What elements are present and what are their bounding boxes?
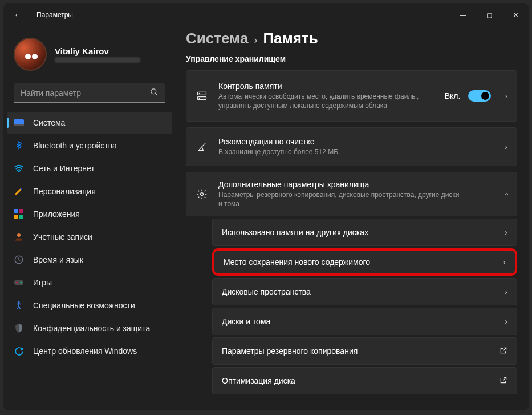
sidebar-item-label: Персонализация: [33, 187, 96, 196]
sidebar-item-personalization[interactable]: Персонализация: [7, 180, 172, 202]
sidebar-item-apps[interactable]: Приложения: [7, 203, 172, 225]
svg-line-1: [155, 93, 157, 95]
sidebar-item-accounts[interactable]: Учетные записи: [7, 226, 172, 248]
user-name: Vitaliy Kairov: [55, 46, 140, 56]
back-button[interactable]: ←: [14, 10, 24, 19]
svg-point-6: [16, 282, 18, 284]
card-save-locations[interactable]: Место сохранения нового содержимого ›: [212, 248, 517, 276]
sidebar-item-network[interactable]: Сеть и Интернет: [7, 158, 172, 179]
storage-sense-toggle[interactable]: [468, 90, 491, 102]
card-drive-optimization[interactable]: Оптимизация диска: [212, 367, 517, 394]
chevron-right-icon: ›: [503, 257, 506, 267]
card-title: Место сохранения нового содержимого: [224, 257, 497, 267]
card-sub: В хранилище доступно более 512 МБ.: [218, 147, 464, 156]
toggle-state-label: Вкл.: [445, 91, 461, 100]
card-cleanup-recommendations[interactable]: Рекомендации по очистке В хранилище дост…: [186, 127, 517, 166]
card-title: Оптимизация диска: [222, 376, 499, 385]
sidebar-item-privacy[interactable]: Конфиденциальность и защита: [7, 317, 172, 339]
gear-icon: [196, 188, 208, 200]
external-link-icon: [499, 376, 507, 386]
sidebar-item-accessibility[interactable]: Специальные возможности: [7, 295, 172, 316]
chevron-right-icon: ›: [505, 91, 507, 100]
chevron-right-icon: ›: [505, 142, 507, 151]
card-title: Дисковые пространства: [222, 287, 499, 296]
clock-globe-icon: [14, 255, 24, 265]
system-icon: [14, 118, 24, 128]
search-input[interactable]: [21, 88, 150, 98]
sidebar-item-label: Bluetooth и устройства: [33, 141, 117, 150]
sidebar-item-system[interactable]: Система: [7, 112, 172, 134]
search-icon: [150, 88, 159, 98]
sidebar-item-label: Сеть и Интернет: [33, 164, 95, 173]
card-title: Использовано памяти на других дисках: [222, 228, 499, 237]
card-sub: Автоматически освободить место, удалить …: [218, 92, 445, 110]
sidebar-item-label: Приложения: [33, 209, 80, 219]
shield-icon: [14, 323, 24, 333]
breadcrumb-parent[interactable]: Система: [186, 30, 248, 47]
card-storage-spaces[interactable]: Дисковые пространства ›: [212, 278, 517, 305]
chevron-right-icon: ›: [505, 317, 507, 326]
sidebar-item-label: Игры: [33, 278, 52, 287]
breadcrumb: Система › Память: [186, 30, 517, 47]
avatar: [14, 38, 47, 71]
section-header-storage-management: Управление хранилищем: [186, 54, 517, 63]
chevron-up-icon: ›: [502, 193, 511, 196]
person-icon: [14, 232, 24, 242]
minimize-button[interactable]: —: [450, 3, 476, 26]
sidebar-item-gaming[interactable]: Игры: [7, 272, 172, 293]
sidebar-item-label: Время и язык: [33, 255, 83, 264]
card-title: Рекомендации по очистке: [218, 137, 499, 146]
broom-icon: [196, 141, 208, 152]
sidebar-item-label: Специальные возможности: [33, 301, 135, 310]
card-sub: Параметры резервного копирования, дисков…: [218, 190, 464, 208]
card-disks-volumes[interactable]: Диски и тома ›: [212, 308, 517, 335]
close-button[interactable]: ✕: [502, 3, 529, 26]
storage-sense-icon: [196, 90, 208, 102]
update-icon: [14, 346, 24, 356]
sidebar-item-label: Конфиденциальность и защита: [33, 324, 150, 333]
sidebar-item-bluetooth[interactable]: Bluetooth и устройства: [7, 135, 172, 156]
svg-point-8: [18, 301, 20, 303]
external-link-icon: [499, 346, 507, 356]
brush-icon: [14, 186, 24, 196]
svg-point-0: [151, 88, 156, 94]
card-storage-sense[interactable]: Контроль памяти Автоматически освободить…: [186, 70, 517, 122]
maximize-button[interactable]: ▢: [476, 3, 502, 26]
chevron-right-icon: ›: [505, 287, 507, 296]
svg-point-13: [201, 193, 204, 196]
user-email: [55, 57, 140, 63]
card-title: Параметры резервного копирования: [222, 346, 499, 356]
user-profile[interactable]: Vitaliy Kairov: [3, 31, 176, 81]
svg-point-3: [17, 233, 21, 237]
breadcrumb-current: Память: [263, 30, 318, 47]
apps-icon: [14, 209, 24, 219]
card-title: Контроль памяти: [218, 82, 445, 91]
card-storage-other-drives[interactable]: Использовано памяти на других дисках ›: [212, 219, 517, 246]
wifi-icon: [14, 163, 24, 174]
accessibility-icon: [14, 300, 24, 311]
sidebar-item-windows-update[interactable]: Центр обновления Windows: [7, 340, 172, 362]
svg-point-7: [20, 282, 22, 284]
sidebar-item-time-language[interactable]: Время и язык: [7, 249, 172, 271]
card-title: Диски и тома: [222, 317, 499, 326]
card-advanced-storage[interactable]: Дополнительные параметры хранилища Парам…: [186, 172, 517, 216]
search-box[interactable]: [14, 83, 165, 103]
card-title: Дополнительные параметры хранилища: [218, 180, 499, 189]
sidebar-item-label: Учетные записи: [33, 232, 92, 241]
breadcrumb-separator: ›: [254, 34, 257, 46]
bluetooth-icon: [14, 140, 24, 151]
gamepad-icon: [14, 277, 24, 288]
svg-point-12: [199, 98, 200, 99]
chevron-right-icon: ›: [505, 228, 507, 237]
svg-point-2: [18, 171, 19, 172]
svg-point-11: [199, 93, 200, 94]
window-title: Параметры: [36, 11, 73, 19]
sidebar-item-label: Центр обновления Windows: [33, 346, 137, 356]
card-backup-options[interactable]: Параметры резервного копирования: [212, 337, 517, 365]
svg-rect-5: [14, 280, 24, 285]
sidebar-item-label: Система: [33, 118, 65, 127]
